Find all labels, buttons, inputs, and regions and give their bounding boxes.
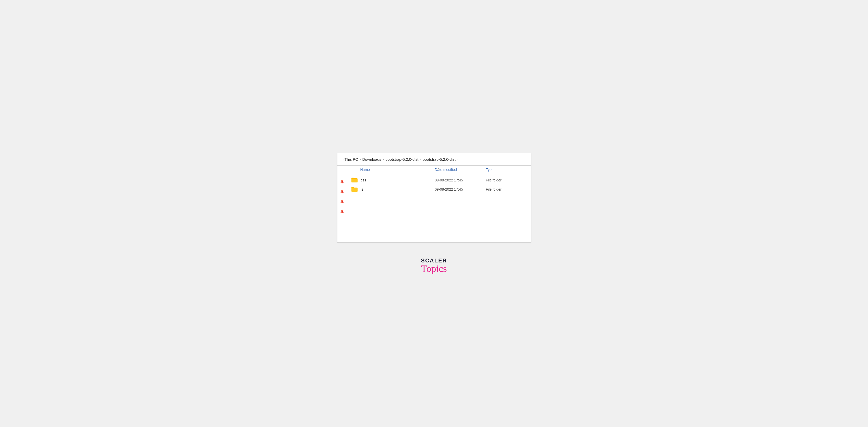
pin-icon-2[interactable]: 📌 <box>338 189 346 196</box>
file-type-css: File folder <box>486 178 527 182</box>
breadcrumb-bootstrap-1[interactable]: bootstrap-5.2.0-dist <box>385 157 418 162</box>
file-name-js: js <box>361 187 435 191</box>
pin-icon-3[interactable]: 📌 <box>338 199 346 206</box>
file-name-css: css <box>361 178 435 182</box>
branding: SCALER Topics <box>421 258 447 274</box>
folder-icon-js <box>351 186 358 192</box>
breadcrumb-sep-2: › <box>383 158 384 161</box>
column-date-header[interactable]: Date modified <box>435 168 486 172</box>
column-name-header[interactable]: Name <box>351 168 435 172</box>
breadcrumb-root-chevron: › <box>342 158 343 161</box>
breadcrumb-this-pc[interactable]: This PC <box>345 157 358 162</box>
file-list: css 09-08-2022 17:45 File folder js 09-0… <box>347 174 531 196</box>
file-type-js: File folder <box>486 187 527 191</box>
content-area: 📌 📌 📌 📌 ∧ Name Date modified Type <box>337 166 531 242</box>
breadcrumb-sep-3: › <box>420 158 421 161</box>
file-row-css[interactable]: css 09-08-2022 17:45 File folder <box>347 175 531 185</box>
file-date-css: 09-08-2022 17:45 <box>435 178 486 182</box>
breadcrumb-bar: › This PC › Downloads › bootstrap-5.2.0-… <box>337 153 531 166</box>
file-explorer: › This PC › Downloads › bootstrap-5.2.0-… <box>337 153 531 243</box>
pin-icon-1[interactable]: 📌 <box>338 179 346 186</box>
main-panel: ∧ Name Date modified Type css 09-08-20 <box>347 166 531 242</box>
breadcrumb-sep-1: › <box>360 158 361 161</box>
column-headers: ∧ Name Date modified Type <box>347 166 531 174</box>
pin-icon-4[interactable]: 📌 <box>338 208 346 216</box>
sidebar-pins: 📌 📌 📌 📌 <box>337 166 347 242</box>
breadcrumb-downloads[interactable]: Downloads <box>363 157 381 162</box>
breadcrumb-sep-4: › <box>457 158 458 161</box>
sort-chevron-icon: ∧ <box>438 167 440 170</box>
brand-scaler-text: SCALER <box>421 258 447 263</box>
brand-topics-text: Topics <box>421 263 447 274</box>
breadcrumb-bootstrap-2[interactable]: bootstrap-5.2.0-dist <box>423 157 456 162</box>
folder-icon-css <box>351 177 358 183</box>
column-type-header[interactable]: Type <box>486 168 527 172</box>
file-date-js: 09-08-2022 17:45 <box>435 187 486 191</box>
file-row-js[interactable]: js 09-08-2022 17:45 File folder <box>347 185 531 194</box>
